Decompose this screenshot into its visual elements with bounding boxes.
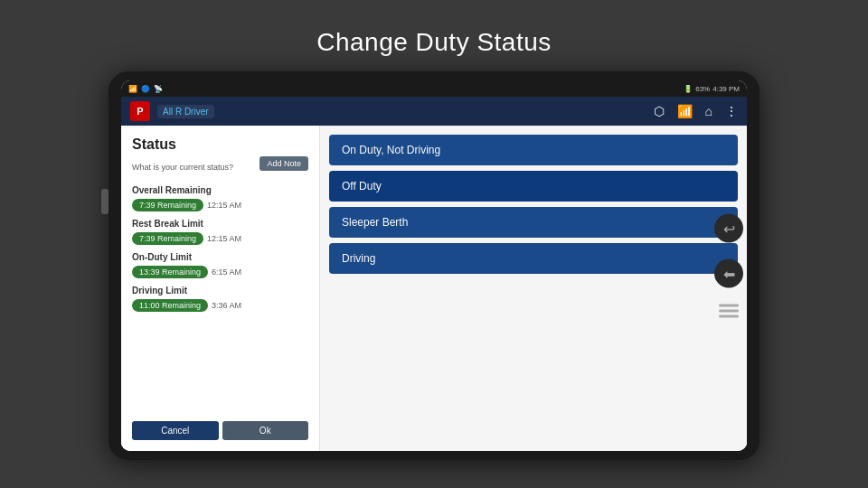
status-option-sleeper-berth[interactable]: Sleeper Berth [329,207,738,238]
tablet-frame: ↩ ⬅ 📶 🔵 📡 🔋 63% 4:39 PM P All R Driver [108,71,760,460]
battery-icon: 🔋 [684,85,693,93]
panel-title: Status [132,136,308,153]
battery-percent: 63% [695,85,710,93]
ok-button[interactable]: Ok [222,421,309,440]
overall-badge: 7:39 Remaining [132,199,203,211]
driving-limit-row: 11:00 Remaining 3:36 AM [132,299,308,312]
status-option-off-duty[interactable]: Off Duty [329,171,738,202]
add-note-button[interactable]: Add Note [259,156,308,171]
status-bar-right: 🔋 63% 4:39 PM [684,85,740,93]
more-icon[interactable]: ⋮ [725,104,738,118]
left-panel: Status What is your current status? Add … [121,126,320,451]
driving-time: 3:36 AM [212,301,241,310]
right-panel: On Duty, Not Driving Off Duty Sleeper Be… [320,126,747,451]
on-duty-badge: 13:39 Remaining [132,266,208,278]
tablet-nav-buttons: ↩ ⬅ [714,214,743,318]
bluetooth-status-icon: 🔵 [141,85,150,93]
status-option-on-duty[interactable]: On Duty, Not Driving [329,135,738,165]
page-title: Change Duty Status [316,28,552,57]
overall-time: 12:15 AM [207,201,241,210]
bluetooth-icon[interactable]: ⬡ [654,104,665,118]
rest-break-row: 7:39 Remaining 12:15 AM [132,232,308,245]
back-icon[interactable]: ↩ [714,214,743,243]
cancel-button[interactable]: Cancel [132,421,219,440]
overall-remaining-label: Overall Remaining [132,185,308,195]
menu-icon[interactable] [719,305,739,318]
overall-remaining-row: 7:39 Remaining 12:15 AM [132,199,308,211]
driving-limit-label: Driving Limit [132,286,308,296]
tablet-screen: 📶 🔵 📡 🔋 63% 4:39 PM P All R Driver ⬡ 📶 ⌂… [121,80,747,451]
status-bar: 📶 🔵 📡 🔋 63% 4:39 PM [121,80,747,97]
home-icon[interactable]: ⌂ [705,104,712,118]
volume-button [101,189,108,214]
rest-break-label: Rest Break Limit [132,219,308,229]
question-text: What is your current status? [132,163,233,172]
wifi-icon: 📡 [154,85,163,93]
app-toolbar: P All R Driver ⬡ 📶 ⌂ ⋮ [121,97,747,126]
clock: 4:39 PM [712,85,740,93]
bottom-buttons: Cancel Ok [132,414,308,440]
back-arrow-icon[interactable]: ⬅ [714,259,743,288]
toolbar-icons: ⬡ 📶 ⌂ ⋮ [654,104,738,118]
signal-icon: 📶 [128,85,137,93]
app-logo: P [130,101,150,121]
signal-bars-icon: 📶 [677,104,693,118]
on-duty-time: 6:15 AM [212,267,241,277]
on-duty-limit-label: On-Duty Limit [132,252,308,262]
on-duty-limit-row: 13:39 Remaining 6:15 AM [132,266,308,278]
status-option-driving[interactable]: Driving [329,243,738,274]
driving-badge: 11:00 Remaining [132,299,208,312]
status-bar-left: 📶 🔵 📡 [128,85,163,93]
driver-label: All R Driver [157,105,214,118]
app-content: Status What is your current status? Add … [121,126,747,451]
tablet-side-buttons-left [101,189,108,214]
rest-badge: 7:39 Remaining [132,232,203,245]
rest-time: 12:15 AM [207,234,241,243]
